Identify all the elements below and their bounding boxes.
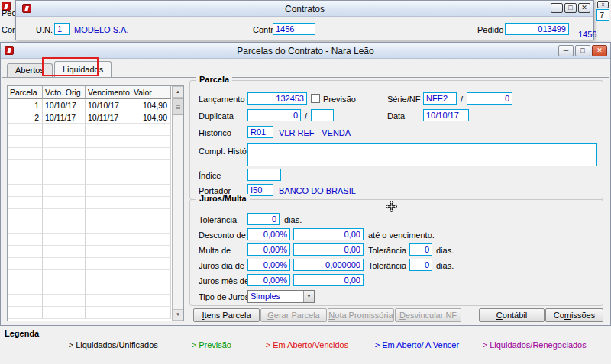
parcelas-table: ParcelaVcto. OrigVencimentoValor 110/10/… <box>7 85 184 321</box>
table-row[interactable]: 210/11/1710/11/17104,90 <box>8 111 183 124</box>
tab-liquidados[interactable]: Liquidados <box>54 61 112 77</box>
column-header[interactable]: Vcto. Orig <box>43 86 86 99</box>
cell <box>131 209 171 221</box>
cell: 10/10/17 <box>43 99 86 111</box>
cell <box>43 160 86 172</box>
button-itens-parcela[interactable]: Itens Parcela <box>193 308 260 322</box>
cell <box>43 209 86 221</box>
company-name: MODELO S.A. <box>74 25 129 34</box>
minimize-button[interactable]: ─ <box>551 3 563 13</box>
cell <box>8 258 43 270</box>
cell <box>43 172 86 185</box>
contrato-input[interactable]: 1456 <box>273 23 315 35</box>
cell <box>8 234 43 246</box>
legend-item: -> Liquidados/Unificados <box>66 340 158 350</box>
cell <box>8 307 43 319</box>
tab-abertos[interactable]: Abertos <box>7 63 53 77</box>
serie-nf-input[interactable]: NFE2 <box>423 92 457 105</box>
indice-label: Índice <box>199 171 221 180</box>
juros-mes-value-input[interactable]: 0,00 <box>293 274 364 286</box>
pedido-input[interactable]: 013499 <box>505 23 569 35</box>
close-button[interactable]: ✕ <box>578 3 590 13</box>
indice-input[interactable] <box>247 169 281 181</box>
data-input[interactable]: 10/10/17 <box>423 109 469 121</box>
historico-code-input[interactable]: R01 <box>247 126 273 138</box>
column-header[interactable]: Parcela <box>8 86 43 99</box>
fragment-close-button[interactable]: x <box>597 1 609 8</box>
close-button[interactable]: ✕ <box>592 45 607 56</box>
cell <box>8 221 43 234</box>
juros-multa-group: Juros/Multa Tolerância 0 dias. Desconto … <box>189 199 603 306</box>
table-row <box>8 197 183 209</box>
duplicata-input[interactable]: 0 <box>247 109 301 121</box>
cell <box>8 295 43 307</box>
cell <box>131 124 171 136</box>
scrollbar[interactable]: ▲ ▼ <box>172 86 183 321</box>
previsao-checkbox[interactable] <box>311 94 320 103</box>
portador-code-input[interactable]: I50 <box>247 184 273 196</box>
tipo-juros-select[interactable]: Simples ▼ <box>247 290 315 303</box>
juros-dia-percent-input[interactable]: 0,00% <box>247 259 290 271</box>
table-row <box>8 234 183 246</box>
pedido-label: Pedido <box>477 25 503 34</box>
table-header: ParcelaVcto. OrigVencimentoValor <box>8 86 183 99</box>
cell: 10/10/17 <box>86 99 131 111</box>
tab-divider <box>2 77 609 78</box>
scroll-up-button[interactable]: ▲ <box>173 86 183 98</box>
desconto-percent-input[interactable]: 0,00% <box>247 228 290 240</box>
multa-tolerancia-input[interactable]: 0 <box>409 243 432 256</box>
cell: 104,90 <box>131 99 171 111</box>
legend-item: -> Em Aberto/Vencidos <box>263 340 348 350</box>
un-input[interactable]: 1 <box>54 23 70 35</box>
lancamento-input[interactable]: 132453 <box>247 92 307 105</box>
cell <box>86 124 131 136</box>
maximize-button[interactable]: □ <box>575 45 590 56</box>
tipo-juros-label: Tipo de Juros <box>199 292 249 301</box>
maximize-button[interactable]: □ <box>564 3 577 13</box>
cell <box>8 246 43 258</box>
window-title: Contratos <box>16 4 593 14</box>
lancamento-label: Lançamento <box>199 95 245 104</box>
historico-description: VLR REF - VENDA <box>279 128 351 137</box>
button-comiss-es[interactable]: Comissões <box>545 308 603 322</box>
contratos-titlebar[interactable]: Contratos ─ □ ✕ <box>16 1 593 17</box>
desconto-value-input[interactable]: 0,00 <box>293 228 364 240</box>
contratos-window: Contratos ─ □ ✕ U.N. 1 MODELO S.A. Contr… <box>15 0 594 40</box>
portador-description: BANCO DO BRASIL <box>279 186 356 195</box>
juros-dia-value-input[interactable]: 0,000000 <box>293 259 364 271</box>
cell <box>43 185 86 197</box>
cell <box>86 185 131 197</box>
serie-nf-label: Série/NF <box>387 95 420 104</box>
minimize-button[interactable]: ─ <box>558 45 574 56</box>
historico-label: Histórico <box>199 128 231 137</box>
scroll-thumb[interactable] <box>173 98 183 115</box>
slash-separator: / <box>461 95 463 104</box>
scroll-down-button[interactable]: ▼ <box>173 309 183 321</box>
multa-percent-input[interactable]: 0,00% <box>247 243 290 256</box>
cell <box>131 282 171 295</box>
window-title: Parcelas do Contrato - Nara Leão <box>1 46 610 56</box>
table-row <box>8 148 183 160</box>
duplicata-seq-input[interactable] <box>311 109 334 121</box>
multa-value-input[interactable]: 0,00 <box>293 243 364 256</box>
juros-dia-tolerancia-input[interactable]: 0 <box>409 259 432 271</box>
tolerancia-input[interactable]: 0 <box>247 213 280 225</box>
parcelas-window: Parcelas do Contrato - Nara Leão ─ □ ✕ A… <box>0 42 611 326</box>
cell <box>8 197 43 209</box>
fragment-value-1456: 1456 <box>578 30 596 39</box>
cell <box>131 295 171 307</box>
column-header[interactable]: Valor <box>131 86 171 99</box>
chevron-down-icon[interactable]: ▼ <box>303 291 314 302</box>
juros-mes-percent-input[interactable]: 0,00% <box>247 274 290 286</box>
table-row[interactable]: 110/10/1710/10/17104,90 <box>8 99 183 111</box>
compl-historico-input[interactable] <box>247 143 597 166</box>
cell <box>43 136 86 148</box>
data-label: Data <box>387 111 405 121</box>
column-header[interactable]: Vencimento <box>86 86 131 99</box>
parcelas-titlebar[interactable]: Parcelas do Contrato - Nara Leão ─ □ ✕ <box>1 43 610 59</box>
serie-nf-number-input[interactable]: 0 <box>467 92 512 105</box>
cell <box>131 136 171 148</box>
button-cont-bil[interactable]: Contábil <box>479 308 545 322</box>
move-cursor-icon <box>385 200 398 214</box>
juros-mes-label: Juros mês de <box>199 276 249 285</box>
